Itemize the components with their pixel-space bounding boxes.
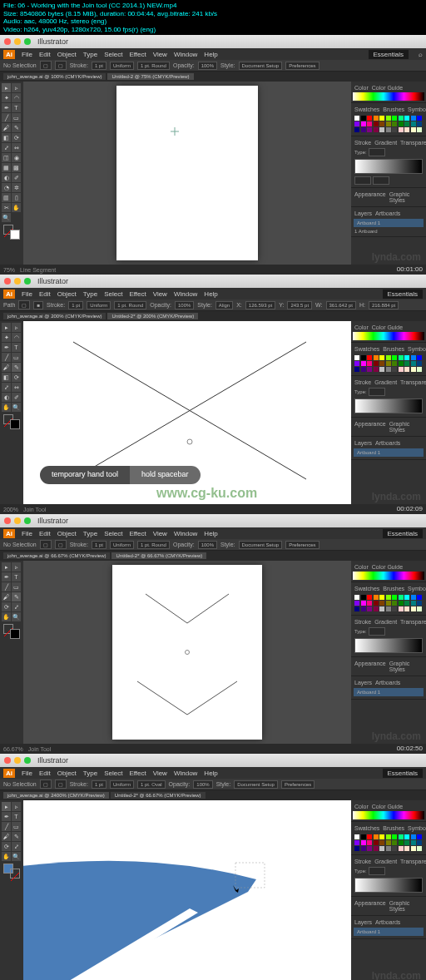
swatch[interactable] (374, 846, 379, 851)
brush-def[interactable]: 1 pt. Round (137, 62, 170, 70)
zoom-tool[interactable]: 🔍 (12, 852, 21, 861)
gradient-tool[interactable]: ◐ (2, 173, 11, 182)
scale-tool[interactable]: ⤢ (2, 143, 11, 152)
brush-def[interactable]: 1 pt. Round (114, 301, 146, 309)
width-tool[interactable]: ⇔ (12, 383, 21, 392)
swatches-grid[interactable] (353, 354, 424, 374)
artboards-tab[interactable]: Artboards (375, 210, 400, 216)
minimize-icon[interactable] (14, 517, 21, 524)
brush-tool[interactable]: 🖌 (2, 592, 11, 601)
color-tab[interactable]: Color (354, 804, 369, 809)
swatch[interactable] (399, 595, 404, 600)
swatch[interactable] (354, 361, 359, 366)
ai-logo-icon[interactable]: Ai (3, 769, 15, 778)
brushes-tab[interactable]: Brushes (383, 106, 404, 112)
swatches-tab[interactable]: Swatches (354, 346, 379, 352)
swatch[interactable] (417, 127, 422, 132)
swatch[interactable] (399, 116, 404, 121)
fill-icon[interactable]: ▢ (40, 540, 52, 549)
swatch[interactable] (399, 601, 404, 606)
free-transform-tool[interactable]: ◫ (2, 153, 11, 162)
menu-select[interactable]: Select (104, 770, 122, 777)
swatch[interactable] (404, 367, 409, 372)
workspace-switcher[interactable]: Essentials (383, 529, 423, 538)
brush-tool[interactable]: 🖌 (2, 363, 11, 372)
opacity-value[interactable]: 100% (175, 301, 194, 309)
close-icon[interactable] (4, 757, 11, 764)
swatch[interactable] (374, 595, 379, 600)
swatch[interactable] (379, 834, 384, 839)
direct-select-tool[interactable]: ▹ (12, 83, 21, 92)
tab-2[interactable]: Untitled-2* @ 66.67% (CMYK/Preview) (111, 792, 206, 799)
swatch[interactable] (392, 116, 397, 121)
swatch[interactable] (379, 355, 384, 360)
swatch[interactable] (379, 367, 384, 372)
layers-tab[interactable]: Layers (354, 919, 372, 925)
menu-help[interactable]: Help (204, 770, 217, 777)
swatch[interactable] (404, 834, 409, 839)
menu-edit[interactable]: Edit (39, 290, 51, 298)
swatch[interactable] (392, 355, 397, 360)
menu-object[interactable]: Object (57, 290, 77, 298)
artboard-item[interactable]: Artboard 1 (354, 448, 424, 457)
selection-tool[interactable]: ▸ (2, 562, 11, 572)
eraser-tool[interactable]: ◧ (2, 373, 11, 382)
swatch[interactable] (404, 116, 409, 121)
color-spectrum[interactable] (353, 811, 424, 819)
symbols-tab[interactable]: Symbols (408, 106, 426, 112)
line-tool[interactable]: ╱ (2, 353, 11, 362)
swatch[interactable] (404, 361, 409, 366)
type-tool[interactable]: T (12, 572, 21, 582)
swatch[interactable] (411, 601, 416, 606)
menu-type[interactable]: Type (83, 530, 97, 537)
stroke-icon[interactable]: ▢ (55, 540, 67, 549)
close-icon[interactable] (4, 38, 11, 45)
line-tool[interactable]: ╱ (2, 582, 11, 591)
swatch[interactable] (367, 127, 372, 132)
swatch[interactable] (411, 834, 416, 839)
swatch[interactable] (404, 606, 409, 611)
swatches-tab[interactable]: Swatches (354, 825, 379, 831)
swatch[interactable] (411, 840, 416, 845)
gradient-tab[interactable]: Gradient (374, 379, 397, 385)
w-value[interactable]: 361.642 pt (326, 301, 356, 309)
appearance-tab[interactable]: Appearance (354, 191, 386, 203)
tab-2[interactable]: Untitled-2* @ 66.67% (CMYK/Preview) (111, 552, 206, 559)
zoom-icon[interactable] (24, 278, 31, 285)
h-value[interactable]: 216.884 pt (369, 301, 399, 309)
swatch[interactable] (392, 127, 397, 132)
swatch[interactable] (379, 127, 384, 132)
color-swatches[interactable] (3, 624, 20, 639)
swatch[interactable] (361, 595, 366, 600)
rect-tool[interactable]: ▭ (12, 822, 21, 831)
pencil-tool[interactable]: ✎ (12, 123, 21, 132)
stroke-tab[interactable]: Stroke (354, 619, 371, 625)
swatch[interactable] (411, 595, 416, 600)
close-icon[interactable] (4, 278, 11, 285)
graphic-styles-tab[interactable]: Graphic Styles (389, 900, 423, 912)
rotate-tool[interactable]: ⟳ (2, 842, 11, 851)
transparency-tab[interactable]: Transparency (400, 859, 426, 864)
gradient-type[interactable] (369, 627, 385, 636)
pen-tool[interactable]: ✒ (2, 103, 11, 112)
graphic-styles-tab[interactable]: Graphic Styles (389, 191, 423, 203)
brush-def[interactable]: 1 pt. Round (137, 541, 170, 549)
menu-object[interactable]: Object (57, 770, 77, 777)
wand-tool[interactable]: ✦ (2, 93, 11, 102)
stroke-icon[interactable]: ▢ (55, 780, 67, 789)
opacity-value[interactable]: 100% (193, 780, 212, 789)
selection-tool[interactable]: ▸ (2, 323, 11, 332)
color-tab[interactable]: Color (354, 564, 369, 570)
pencil-tool[interactable]: ✎ (12, 832, 21, 841)
swatch[interactable] (417, 846, 422, 851)
swatch[interactable] (367, 834, 372, 839)
swatch[interactable] (367, 840, 372, 845)
color-swatches[interactable] (3, 864, 20, 879)
swatches-grid[interactable] (353, 593, 424, 613)
swatch[interactable] (367, 601, 372, 606)
swatch[interactable] (361, 355, 366, 360)
symbols-tab[interactable]: Symbols (408, 346, 426, 352)
swatch[interactable] (386, 834, 391, 839)
hand-tool[interactable]: ✋ (12, 203, 21, 212)
minimize-icon[interactable] (14, 278, 21, 285)
